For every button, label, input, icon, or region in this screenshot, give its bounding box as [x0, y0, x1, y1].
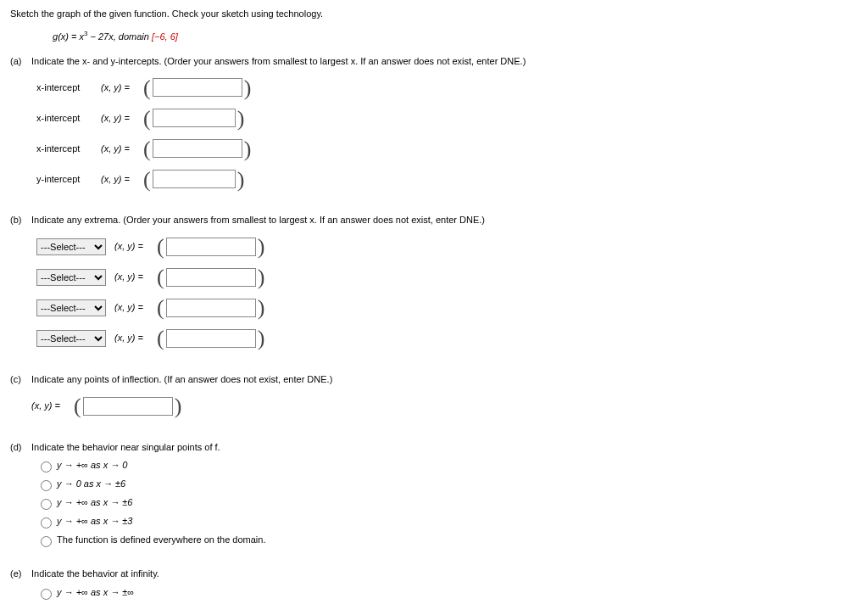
part-d: (d) Indicate the behavior near singular …	[10, 440, 858, 552]
x-intercept-3-input[interactable]	[153, 139, 242, 158]
part-e-options: y → +∞ as x → ±∞ y → −∞ as x → −∞; y → +…	[36, 585, 854, 604]
d-option-2[interactable]	[41, 480, 52, 491]
inflection-input[interactable]	[83, 397, 173, 416]
close-paren: )	[244, 70, 252, 106]
xy-label: (x, y) =	[101, 111, 143, 126]
instruction-text: Sketch the graph of the given function. …	[10, 7, 858, 22]
extrema-row-1: ---Select--- (x, y) = ( )	[36, 235, 854, 259]
d-option-1[interactable]	[41, 461, 52, 473]
intercept-label: x-intercept	[36, 111, 101, 126]
xy-label: (x, y) =	[101, 142, 143, 157]
extrema-select-4[interactable]: ---Select---	[36, 330, 106, 347]
extrema-1-input[interactable]	[166, 238, 256, 256]
extrema-row-3: ---Select--- (x, y) = ( )	[36, 296, 854, 320]
d-option-4-label: y → +∞ as x → ±3	[57, 514, 132, 529]
xy-label: (x, y) =	[101, 81, 143, 96]
part-b-prompt: Indicate any extrema. (Order your answer…	[31, 213, 854, 228]
x-intercept-1-input[interactable]	[153, 78, 242, 97]
y-intercept-input[interactable]	[153, 170, 236, 188]
xy-label: (x, y) =	[114, 239, 157, 254]
close-paren: )	[237, 162, 245, 198]
d-option-5-label: The function is defined everywhere on th…	[57, 533, 265, 548]
part-b: (b) Indicate any extrema. (Order your an…	[10, 213, 858, 357]
radio-row: y → +∞ as x → ±∞	[36, 585, 854, 601]
extrema-row-4: ---Select--- (x, y) = ( )	[36, 327, 854, 350]
extrema-row-2: ---Select--- (x, y) = ( )	[36, 266, 854, 289]
d-option-3[interactable]	[41, 499, 52, 510]
d-option-5[interactable]	[41, 536, 52, 547]
y-intercept-row: y-intercept (x, y) = ( )	[36, 167, 854, 191]
part-a-prompt: Indicate the x- and y-intercepts. (Order…	[31, 54, 854, 70]
close-paren: )	[244, 131, 252, 167]
xy-label: (x, y) =	[31, 399, 74, 414]
radio-row: y → +∞ as x → ±3	[36, 514, 854, 529]
x-intercept-row-3: x-intercept (x, y) = ( )	[36, 137, 854, 160]
part-c-label: (c)	[10, 372, 29, 388]
extrema-2-input[interactable]	[166, 268, 256, 287]
inflection-row: (x, y) = ( )	[31, 394, 854, 418]
part-d-label: (d)	[10, 440, 29, 456]
extrema-3-input[interactable]	[166, 299, 256, 317]
open-paren: (	[157, 321, 164, 356]
x-intercept-row-1: x-intercept (x, y) = ( )	[36, 76, 854, 99]
extrema-select-3[interactable]: ---Select---	[36, 299, 106, 316]
part-e-label: (e)	[10, 567, 29, 582]
radio-row: y → 0 as x → ±6	[36, 477, 854, 492]
extrema-select-1[interactable]: ---Select---	[36, 238, 106, 255]
intercept-label: y-intercept	[36, 172, 101, 187]
part-a-label: (a)	[10, 54, 29, 70]
d-option-4[interactable]	[41, 517, 52, 528]
part-b-label: (b)	[10, 213, 29, 228]
d-option-3-label: y → +∞ as x → ±6	[57, 495, 132, 511]
d-option-2-label: y → 0 as x → ±6	[57, 477, 125, 492]
radio-row: y → +∞ as x → 0	[36, 458, 854, 473]
d-option-1-label: y → +∞ as x → 0	[57, 458, 127, 473]
part-c-prompt: Indicate any points of inflection. (If a…	[31, 372, 854, 388]
close-paren: )	[258, 321, 265, 356]
radio-row: The function is defined everywhere on th…	[36, 533, 854, 548]
close-paren: )	[175, 389, 182, 424]
part-d-prompt: Indicate the behavior near singular poin…	[31, 440, 854, 456]
radio-row: y → +∞ as x → ±6	[36, 495, 854, 511]
xy-label: (x, y) =	[101, 172, 143, 187]
part-e-prompt: Indicate the behavior at infinity.	[31, 567, 854, 582]
xy-label: (x, y) =	[114, 331, 157, 346]
part-c: (c) Indicate any points of inflection. (…	[10, 372, 858, 425]
part-e: (e) Indicate the behavior at infinity. y…	[10, 567, 858, 604]
open-paren: (	[74, 389, 81, 424]
x-intercept-2-input[interactable]	[153, 109, 236, 127]
part-a: (a) Indicate the x- and y-intercepts. (O…	[10, 54, 858, 199]
extrema-4-input[interactable]	[166, 329, 256, 348]
intercept-label: x-intercept	[36, 81, 101, 96]
open-paren: (	[143, 162, 151, 198]
e-option-1[interactable]	[41, 589, 52, 600]
part-d-options: y → +∞ as x → 0 y → 0 as x → ±6 y → +∞ a…	[36, 458, 854, 548]
xy-label: (x, y) =	[114, 270, 157, 285]
x-intercept-row-2: x-intercept (x, y) = ( )	[36, 106, 854, 130]
e-option-1-label: y → +∞ as x → ±∞	[57, 585, 134, 601]
xy-label: (x, y) =	[114, 300, 157, 316]
extrema-select-2[interactable]: ---Select---	[36, 269, 106, 286]
intercept-label: x-intercept	[36, 142, 101, 157]
function-definition: g(x) = x3 − 27x, domain [−6, 6]	[53, 29, 858, 44]
